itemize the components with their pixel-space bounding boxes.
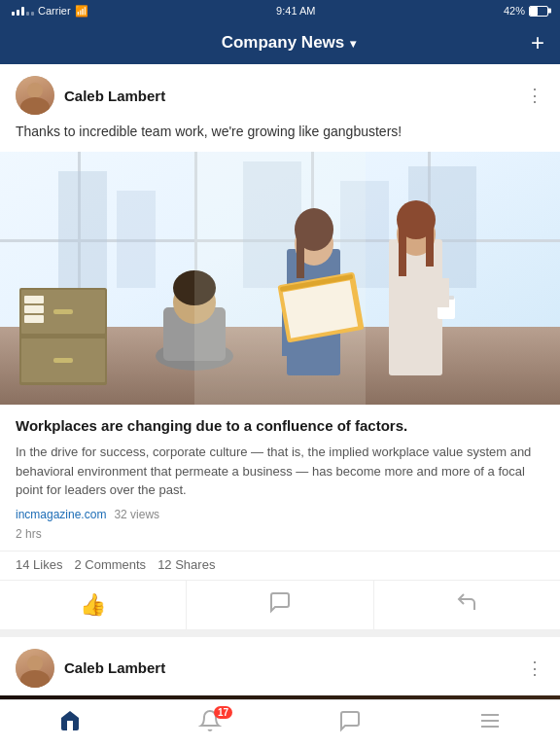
comment-button[interactable] (187, 581, 373, 629)
author-name-1: Caleb Lambert (64, 88, 165, 104)
comment-count: 2 Comments (74, 557, 146, 572)
carrier-label: Carrier (38, 5, 71, 17)
tab-messages[interactable] (280, 700, 420, 747)
article-time-1: 2 hrs (0, 525, 560, 551)
article-source-1[interactable]: incmagazine.com (16, 508, 106, 521)
svg-rect-15 (53, 309, 73, 314)
article-views-1: 32 views (114, 508, 159, 521)
author-name-2: Caleb Lambert (64, 659, 165, 676)
menu-icon (478, 709, 502, 738)
share-count: 12 Shares (158, 557, 215, 572)
post-image-1 (0, 152, 560, 405)
more-options-button-2[interactable]: ⋮ (526, 658, 544, 679)
post-author-1: Caleb Lambert (16, 76, 165, 115)
article-meta-1: incmagazine.com 32 views (0, 508, 560, 525)
svg-rect-40 (194, 152, 366, 405)
post-header-2: Caleb Lambert ⋮ (0, 637, 560, 695)
comment-icon (268, 590, 292, 620)
nav-title[interactable]: Company News ▾ (222, 33, 357, 53)
article-body-1: In the drive for success, corporate cult… (0, 443, 560, 508)
avatar-2 (16, 649, 54, 688)
post-header-1: Caleb Lambert ⋮ (0, 64, 560, 123)
tab-home[interactable] (0, 700, 140, 747)
tab-menu[interactable] (420, 700, 560, 747)
engagement-bar-1: 14 Likes 2 Comments 12 Shares (0, 551, 560, 580)
chevron-down-icon: ▾ (350, 37, 356, 51)
engagement-counts-1: 14 Likes 2 Comments 12 Shares (16, 557, 544, 572)
notification-badge: 17 (214, 706, 232, 719)
content-area: Caleb Lambert ⋮ Thanks to incredible tea… (0, 64, 560, 699)
like-count: 14 Likes (16, 557, 62, 572)
home-icon (58, 709, 82, 738)
avatar-1 (16, 76, 54, 115)
nav-title-text: Company News (222, 33, 345, 53)
share-button[interactable] (374, 581, 560, 629)
nav-bar: Company News ▾ + (0, 21, 560, 64)
svg-rect-35 (399, 218, 406, 276)
post-text-1: Thanks to incredible team work, we're gr… (0, 123, 560, 152)
more-options-button-1[interactable]: ⋮ (526, 85, 544, 106)
status-time: 9:41 AM (276, 5, 315, 17)
post-card-2: Caleb Lambert ⋮ (0, 637, 560, 699)
status-right: 42% (504, 5, 548, 17)
article-title-1: Workplaces are changing due to a conflue… (0, 405, 560, 444)
svg-rect-6 (58, 171, 107, 288)
like-button[interactable]: 👍 (0, 581, 187, 629)
svg-rect-36 (426, 218, 434, 267)
svg-rect-39 (436, 278, 449, 307)
battery-icon (529, 6, 548, 17)
signal-icon (12, 7, 34, 16)
svg-rect-18 (24, 305, 44, 313)
status-bar: Carrier 📶 9:41 AM 42% (0, 0, 560, 21)
action-buttons-1: 👍 (0, 580, 560, 629)
status-left: Carrier 📶 (12, 5, 88, 18)
post-card-1: Caleb Lambert ⋮ Thanks to incredible tea… (0, 64, 560, 629)
svg-rect-7 (117, 191, 156, 288)
add-post-button[interactable]: + (531, 31, 544, 54)
thumbs-up-icon: 👍 (80, 592, 106, 618)
tab-bar: 17 (0, 699, 560, 747)
share-icon (455, 590, 478, 620)
tab-notifications[interactable]: 17 (140, 700, 280, 747)
svg-rect-17 (24, 296, 44, 303)
post-author-2: Caleb Lambert (16, 649, 165, 688)
svg-rect-32 (389, 239, 442, 375)
chat-icon (338, 709, 362, 738)
svg-rect-19 (24, 315, 44, 323)
wifi-icon: 📶 (75, 5, 88, 18)
battery-percent: 42% (504, 5, 525, 17)
svg-rect-16 (53, 358, 73, 363)
